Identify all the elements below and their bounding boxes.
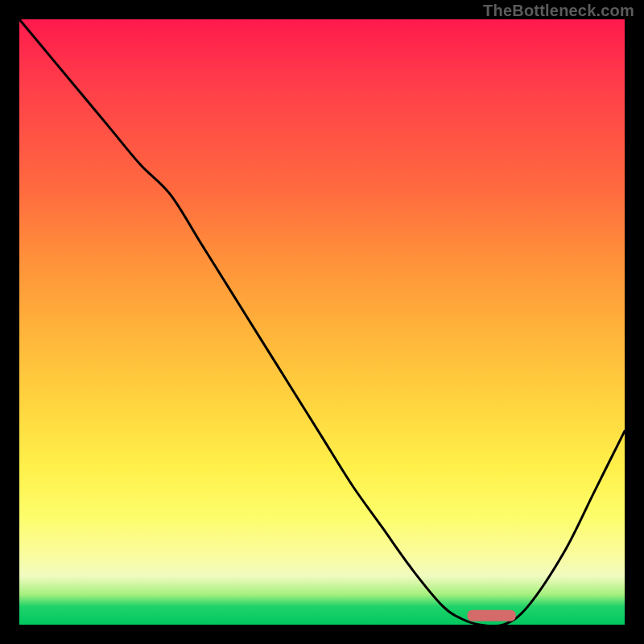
watermark-label: TheBottleneck.com bbox=[483, 2, 634, 20]
chart-overlay bbox=[19, 19, 625, 625]
optimal-range-marker bbox=[468, 610, 516, 621]
bottleneck-curve bbox=[19, 19, 625, 626]
chart-frame: TheBottleneck.com bbox=[0, 0, 644, 644]
